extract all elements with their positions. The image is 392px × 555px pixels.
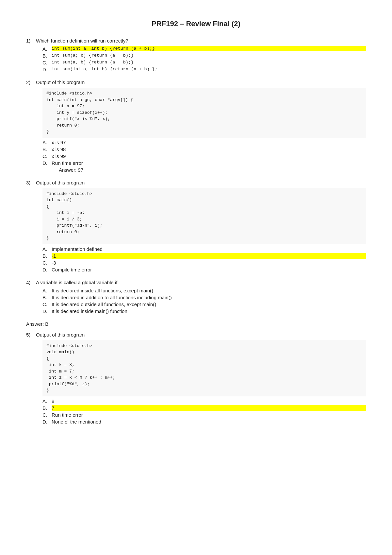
option-1d-text: int sum(int a, int b) {return (a + b) }; (52, 67, 366, 72)
option-5c-label: C. (42, 412, 52, 418)
option-5c-text: Run time error (52, 412, 366, 418)
option-5b: B. 7 (42, 405, 366, 411)
option-4b-label: B. (42, 295, 52, 300)
question-4-text: A variable is called a global variable i… (36, 280, 366, 285)
question-3-num: 3) (26, 180, 36, 185)
option-3b-label: B. (42, 253, 52, 259)
option-5a: A. 8 (42, 398, 366, 404)
question-3-options: A. Implementation defined B. -1 C. -3 D.… (42, 246, 366, 272)
question-4: 4) A variable is called a global variabl… (26, 280, 366, 314)
question-3: 3) Output of this program #include <stdi… (26, 180, 366, 272)
question-5: 5) Output of this program #include <stdi… (26, 332, 366, 425)
question-1-text: Which function definition will run corre… (36, 38, 366, 43)
option-5d-label: D. (42, 419, 52, 425)
option-5b-text: 7 (52, 405, 366, 411)
question-2-options: A. x is 97 B. x is 98 C. x is 99 D. Run … (42, 140, 366, 173)
question-5-num: 5) (26, 332, 36, 338)
option-3c: C. -3 (42, 260, 366, 266)
option-1a-label: A. (42, 46, 52, 52)
question-4-options: A. It is declared inside all functions, … (42, 288, 366, 314)
question-5-options: A. 8 B. 7 C. Run time error D. None of t… (42, 398, 366, 425)
option-2a: A. x is 97 (42, 140, 366, 145)
option-2a-label: A. (42, 140, 52, 145)
question-5-text: Output of this program (36, 332, 366, 338)
option-1d-label: D. (42, 67, 52, 72)
option-2d: D. Run time error (42, 160, 366, 166)
option-4a: A. It is declared inside all functions, … (42, 288, 366, 293)
option-4d: D. It is declared inside main() function (42, 308, 366, 314)
option-3c-label: C. (42, 260, 52, 266)
option-5a-label: A. (42, 398, 52, 404)
option-2c-text: x is 99 (52, 153, 366, 159)
option-1b-label: B. (42, 53, 52, 59)
option-3d: D. Compile time error (42, 267, 366, 272)
question-2-text: Output of this program (36, 79, 366, 85)
option-5c: C. Run time error (42, 412, 366, 418)
option-3d-text: Compile time error (52, 267, 366, 272)
question-2-num: 2) (26, 79, 36, 85)
option-4c: C. It is declared outside all functions,… (42, 302, 366, 307)
question-1-options: A. int sum(int a, int b) {return (a + b)… (42, 46, 366, 72)
option-1a-text: int sum(int a, int b) {return (a + b);} (52, 46, 366, 51)
option-2d-label: D. (42, 160, 52, 166)
option-3b: B. -1 (42, 253, 366, 259)
option-1b-text: int sum(a; b) {return (a + b);} (52, 53, 366, 58)
option-3d-label: D. (42, 267, 52, 272)
option-4d-text: It is declared inside main() function (52, 308, 366, 314)
option-1a: A. int sum(int a, int b) {return (a + b)… (42, 46, 366, 52)
question-2: 2) Output of this program #include <stdi… (26, 79, 366, 173)
question-1-num: 1) (26, 38, 36, 43)
option-1c: C. int sum(a, b) {return (a + b);} (42, 60, 366, 65)
option-4b: B. It is declared in addition to all fun… (42, 295, 366, 300)
option-4a-text: It is declared inside all functions, exc… (52, 288, 366, 293)
option-5b-label: B. (42, 405, 52, 411)
option-3a: A. Implementation defined (42, 246, 366, 252)
option-5d: D. None of the mentioned (42, 419, 366, 425)
option-4c-label: C. (42, 302, 52, 307)
option-5d-text: None of the mentioned (52, 419, 366, 425)
option-2b: B. x is 98 (42, 147, 366, 152)
option-3c-text: -3 (52, 260, 366, 266)
option-1c-text: int sum(a, b) {return (a + b);} (52, 60, 366, 65)
page-title: PRF192 – Review Final (2) (26, 20, 366, 28)
option-2c: C. x is 99 (42, 153, 366, 159)
option-2c-label: C. (42, 153, 52, 159)
option-2b-text: x is 98 (52, 147, 366, 152)
option-1c-label: C. (42, 60, 52, 65)
question-1: 1) Which function definition will run co… (26, 38, 366, 72)
option-2b-label: B. (42, 147, 52, 152)
question-3-code: #include <stdio.h> int main() { int i = … (42, 188, 366, 244)
option-4d-label: D. (42, 308, 52, 314)
option-3b-text: -1 (52, 253, 366, 259)
option-4b-text: It is declared in addition to all functi… (52, 295, 366, 300)
option-3a-label: A. (42, 246, 52, 252)
option-2a-text: x is 97 (52, 140, 366, 145)
option-1b: B. int sum(a; b) {return (a + b);} (42, 53, 366, 59)
option-5a-text: 8 (52, 398, 366, 404)
option-3a-text: Implementation defined (52, 246, 366, 252)
option-4c-text: It is declared outside all functions, ex… (52, 302, 366, 307)
question-2-answer: Answer: 97 (59, 167, 366, 173)
option-4a-label: A. (42, 288, 52, 293)
question-2-code: #include <stdio.h> int main(int argc, ch… (42, 88, 366, 138)
question-4-num: 4) (26, 280, 36, 285)
standalone-answer: Answer: B (26, 321, 366, 327)
question-5-code: #include <stdio.h> void main() { int k =… (42, 340, 366, 396)
option-2d-text: Run time error (52, 160, 366, 166)
question-3-text: Output of this program (36, 180, 366, 185)
option-1d: D. int sum(int a, int b) {return (a + b)… (42, 67, 366, 72)
